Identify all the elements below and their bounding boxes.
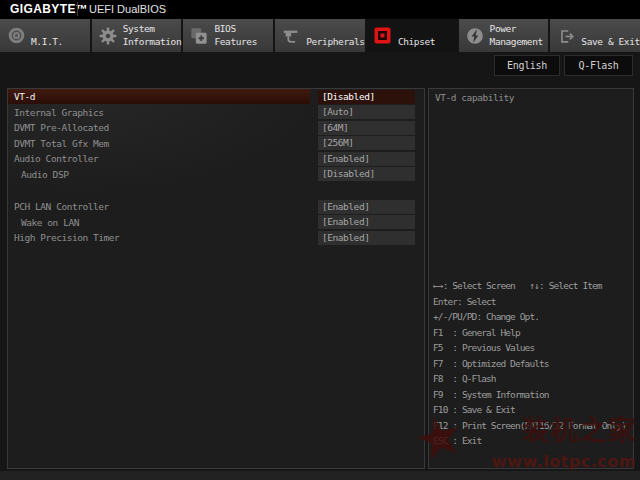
language-button[interactable]: English [494, 55, 560, 76]
setting-value: [Enabled] [318, 215, 415, 229]
setting-value: [Enabled] [318, 152, 415, 166]
setting-value: [64M] [318, 121, 415, 135]
setting-label-zone: Audio Controller [8, 151, 310, 166]
hotkey-legend: ←→: Select Screen ↑↓: Select ItemEnter: … [433, 278, 632, 449]
tab-save-exit[interactable]: Save & Exit [550, 19, 640, 52]
setting-label: High Precision Timer [14, 230, 119, 245]
settings-group: VT-d[Disabled]Internal Graphics[Auto]DVM… [8, 89, 424, 182]
setting-label: Audio Controller [14, 151, 98, 166]
camera-icon [282, 27, 300, 45]
item-help-text: VT-d capability [435, 92, 514, 103]
setting-row-wake-on-lan[interactable]: Wake on LAN[Enabled] [8, 215, 424, 231]
setting-value: [Disabled] [318, 90, 415, 104]
setting-label: PCH LAN Controller [14, 199, 109, 214]
setting-label: Internal Graphics [14, 105, 104, 120]
exit-icon [557, 27, 575, 45]
setting-value: [Enabled] [318, 231, 415, 245]
tab-chipset[interactable]: Chipset [367, 19, 459, 52]
tab-label: M.I.T. [31, 23, 63, 48]
setting-value: [Auto] [318, 105, 415, 119]
tab-label: Chipset [398, 23, 435, 48]
bottom-strip [0, 471, 640, 480]
setting-label-zone: PCH LAN Controller [8, 199, 310, 214]
gear-icon [99, 27, 117, 45]
tab-bios-features[interactable]: BIOS Features [183, 19, 275, 52]
setting-label-zone: VT-d [8, 89, 310, 104]
hotkey-line: F9 : System Information [433, 387, 632, 403]
setting-label: DVMT Pre-Allocated [14, 120, 109, 135]
hotkey-line: Enter: Select [433, 294, 632, 310]
hotkey-line: F5 : Previous Values [433, 340, 632, 356]
setting-label: Audio DSP [21, 167, 68, 182]
setting-row-audio-dsp[interactable]: Audio DSP[Disabled] [8, 167, 424, 183]
tab-peripherals[interactable]: Peripherals [275, 19, 367, 52]
setting-label-zone: DVMT Pre-Allocated [8, 120, 310, 135]
settings-panel: VT-d[Disabled]Internal Graphics[Auto]DVM… [7, 88, 425, 469]
bios-title: UEFI DualBIOS [89, 3, 166, 15]
setting-label: VT-d [14, 89, 35, 104]
bios-screen: GIGABYTE™ UEFI DualBIOS M.I.T.System Inf… [0, 0, 640, 480]
tab-label: System Information [123, 23, 182, 48]
bios-icon [190, 27, 208, 45]
setting-value: [256M] [318, 136, 415, 150]
hotkey-line: F8 : Q-Flash [433, 371, 632, 387]
chip-icon [374, 27, 392, 45]
hotkey-line: F1 : General Help [433, 325, 632, 341]
divider [77, 2, 78, 16]
tab-mit[interactable]: M.I.T. [0, 19, 92, 52]
setting-row-vt-d[interactable]: VT-d[Disabled] [8, 89, 424, 105]
setting-row-high-precision-timer[interactable]: High Precision Timer[Enabled] [8, 230, 424, 246]
power-icon [466, 27, 484, 45]
hotkey-line: F7 : Optimized Defaults [433, 356, 632, 372]
setting-row-internal-graphics[interactable]: Internal Graphics[Auto] [8, 105, 424, 121]
target-icon [7, 27, 25, 45]
setting-value: [Disabled] [318, 167, 415, 181]
hotkey-line: ←→: Select Screen ↑↓: Select Item [433, 278, 632, 294]
hotkey-line: F12 : Print Screen(FAT16/32 Format Only) [433, 418, 632, 434]
setting-row-dvmt-total-gfx-mem[interactable]: DVMT Total Gfx Mem[256M] [8, 136, 424, 152]
setting-label: Wake on LAN [21, 215, 79, 230]
tab-label: Power Management [490, 23, 543, 48]
hotkey-line: ESC : Exit [433, 433, 632, 449]
tab-power-management[interactable]: Power Management [459, 19, 551, 52]
qflash-button[interactable]: Q-Flash [564, 55, 633, 76]
setting-label-zone: DVMT Total Gfx Mem [8, 136, 310, 151]
setting-row-audio-controller[interactable]: Audio Controller[Enabled] [8, 151, 424, 167]
tab-system-information[interactable]: System Information [92, 19, 184, 52]
help-panel: VT-d capability ←→: Select Screen ↑↓: Se… [428, 88, 634, 469]
setting-value: [Enabled] [318, 200, 415, 214]
tab-label: Save & Exit [581, 23, 640, 48]
setting-label-zone: Internal Graphics [8, 105, 310, 120]
setting-row-dvmt-pre-allocated[interactable]: DVMT Pre-Allocated[64M] [8, 120, 424, 136]
settings-list: VT-d[Disabled]Internal Graphics[Auto]DVM… [8, 89, 424, 246]
settings-group: PCH LAN Controller[Enabled]Wake on LAN[E… [8, 199, 424, 246]
hotkey-line: +/-/PU/PD: Change Opt. [433, 309, 632, 325]
setting-label-zone: Audio DSP [8, 167, 310, 182]
setting-label-zone: High Precision Timer [8, 230, 310, 245]
setting-row-pch-lan-controller[interactable]: PCH LAN Controller[Enabled] [8, 199, 424, 215]
hotkey-line: F10 : Save & Exit [433, 402, 632, 418]
tab-label: Peripherals [306, 23, 365, 48]
menu-bar: M.I.T.System InformationBIOS FeaturesPer… [0, 19, 640, 52]
title-bar: GIGABYTE™ UEFI DualBIOS [0, 0, 640, 19]
tab-label: BIOS Features [214, 23, 257, 48]
setting-label-zone: Wake on LAN [8, 215, 310, 230]
setting-label: DVMT Total Gfx Mem [14, 136, 109, 151]
